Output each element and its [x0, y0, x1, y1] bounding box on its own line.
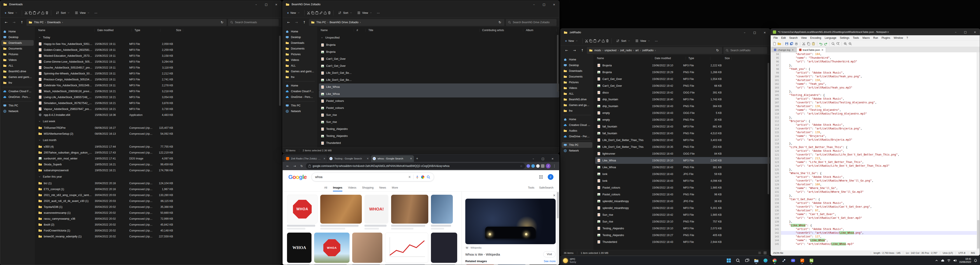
search-input[interactable]: Search BeamNG Drive Zoltadio	[506, 19, 557, 26]
share-button[interactable]	[601, 39, 605, 43]
paste-icon[interactable]	[811, 42, 816, 46]
taskbar-search[interactable]	[734, 257, 742, 264]
clock[interactable]: 18:41 15/06/2022	[959, 257, 971, 264]
details-view-icon[interactable]	[758, 251, 761, 254]
file-row[interactable]: Living-Life_AdobeStock_336557248_previ..…	[37, 94, 281, 100]
new-button[interactable]: +New	[2, 10, 20, 16]
close-button[interactable]: ×	[548, 155, 557, 162]
file-row[interactable]: drip_fountain15/06/2022 18:43PNG File364…	[595, 103, 770, 110]
paste-button[interactable]	[33, 11, 36, 15]
sidebar-item-beamng-drive[interactable]: BeamNG.drive	[1, 69, 34, 74]
delete-button[interactable]	[328, 11, 331, 15]
file-row[interactable]: lonk15/06/2022 18:43MP3 File4,096 KB	[595, 177, 770, 184]
sidebar-item-downloads[interactable]: Downloads	[1, 40, 34, 46]
zoom-out-icon[interactable]	[848, 42, 852, 46]
image-result[interactable]	[352, 233, 382, 263]
sidebar-item-creative-cloud-files[interactable]: Creative Cloud Files	[284, 88, 316, 94]
close-tab-icon[interactable]: ×	[792, 48, 794, 51]
scrollbar[interactable]	[977, 52, 980, 250]
sidebar-item-beamng-drive[interactable]: BeamNG.drive	[562, 97, 592, 102]
column-header-name[interactable]: Name	[321, 29, 354, 32]
file-row[interactable]: Pastel_colours15/06/2022 18:43MP3 File1,…	[595, 184, 770, 191]
file-row[interactable]: Brujeria15/06/2022 19:29PNG File1,266 KB	[595, 69, 770, 75]
up-button[interactable]: ↑	[301, 19, 307, 26]
file-row[interactable]: Life_Don't_Get_Better_Than_This15/06/202…	[595, 137, 770, 144]
zoom-in-icon[interactable]	[843, 42, 848, 46]
clear-search-icon[interactable]: ×	[408, 175, 411, 179]
nav-videos[interactable]: Videos	[348, 184, 356, 192]
taskbar-steam[interactable]	[780, 257, 788, 264]
sidebar-item-downloads[interactable]: Downloads	[284, 40, 316, 46]
editor[interactable]: 94 "duration": 184,95 "name": "Thunderbi…	[771, 52, 980, 250]
sidebar-item-videos[interactable]: Videos	[284, 57, 316, 63]
file-row[interactable]: Testing_Alejandro	[319, 132, 559, 139]
document-tab[interactable]: change.log×	[772, 47, 796, 52]
image-result[interactable]: WHOA	[314, 233, 350, 263]
profile-avatar[interactable]: Z	[546, 164, 550, 168]
minimize-button[interactable]: –	[529, 1, 539, 8]
close-panel-icon[interactable]: ×	[553, 193, 555, 197]
sidebar-item-pictures[interactable]: Pictures	[284, 51, 316, 57]
print-icon[interactable]	[794, 42, 799, 46]
title-bar[interactable]: BeamNG Drive Zoltadio – □ ×	[283, 1, 559, 8]
safesearch-button[interactable]: SafeSearch	[539, 186, 554, 189]
lens-icon[interactable]	[421, 176, 425, 179]
forward-button[interactable]: →	[571, 47, 578, 54]
file-row[interactable]: Thunderbird15/06/2022 18:43MP3 File2,944…	[595, 238, 770, 245]
refresh-button[interactable]: ↻	[219, 19, 225, 26]
delete-button[interactable]	[606, 39, 609, 43]
sidebar-item-network[interactable]: Network	[562, 148, 592, 153]
taskbar-discord[interactable]	[789, 257, 797, 264]
title-bar[interactable]: *C:\Users\Zac\AppData\Local\BeamNG.drive…	[771, 29, 980, 35]
file-row[interactable]: Can't_Get_Over	[319, 62, 559, 69]
file-row[interactable]: Celebrate-You_AdobeStock_505154916_p...1…	[37, 82, 281, 88]
taskbar-file-explorer[interactable]	[752, 257, 760, 264]
rename-button[interactable]	[597, 39, 601, 43]
file-row[interactable]: ToyotaAE86 (1)30/04/2022 20:02Compressed…	[37, 204, 281, 210]
sidebar-item-games-and-gamin[interactable]: Games and gamin...	[284, 69, 316, 74]
breadcrumb-segment[interactable]: Downloads	[47, 21, 61, 24]
save-all-icon[interactable]	[789, 42, 794, 46]
sidebar-item-onedrive-personal[interactable]: OneDrive - Personal	[1, 94, 34, 100]
sidebar-item-all[interactable]: ALL	[284, 63, 316, 69]
column-header-title[interactable]: Title	[368, 29, 479, 32]
image-result[interactable]: WHOA	[287, 233, 312, 263]
menu-tools[interactable]: Tools	[851, 36, 861, 40]
file-row[interactable]: Can't_Get_Over	[319, 56, 559, 62]
close-button[interactable]: ×	[271, 1, 281, 8]
breadcrumb-segment[interactable]: unpacked	[605, 49, 616, 52]
close-tab-icon[interactable]: ×	[821, 48, 823, 51]
new-button[interactable]: +New	[285, 10, 302, 16]
group-header[interactable]: Today	[37, 34, 281, 41]
menu-macro[interactable]: Macro	[861, 36, 871, 40]
file-row[interactable]: Golden-Crates_AdobeStock_283258137_p...1…	[37, 47, 281, 53]
taskbar-start[interactable]	[725, 257, 733, 264]
taskbar-edge[interactable]	[762, 257, 769, 264]
tools-button[interactable]: Tools	[528, 186, 534, 189]
rename-button[interactable]	[37, 11, 40, 15]
file-row[interactable]: ETS_concept (1)30/04/2022 20:16Compresse…	[37, 186, 281, 192]
search-input[interactable]: Search zeltRadio	[724, 47, 767, 54]
close-tab-icon[interactable]: ×	[367, 157, 369, 160]
maximize-button[interactable]: □	[961, 29, 970, 35]
up-button[interactable]: ↑	[19, 19, 25, 26]
file-row[interactable]: empty15/06/2022 18:43PNG File30 KB	[595, 116, 770, 123]
delete-button[interactable]	[45, 11, 49, 15]
group-header[interactable]: Last week	[37, 118, 281, 125]
file-row[interactable]: Sun_rise15/06/2022 19:42MP3 File1,985 KB	[595, 211, 770, 218]
extensions-puzzle-icon[interactable]	[541, 164, 544, 168]
file-row[interactable]: Like_Whoa	[319, 91, 559, 97]
sidebar-item-desktop[interactable]: Desktop	[284, 34, 316, 40]
sort-button[interactable]: Sort	[53, 10, 72, 16]
sidebar-item-desktop[interactable]: Desktop	[562, 62, 592, 68]
file-row[interactable]: TARunner7RDPre08/06/2022 16:27Compressed…	[37, 125, 281, 131]
breadcrumb-segment[interactable]: art	[635, 49, 639, 52]
file-row[interactable]: 2007tahoe_suburban_dingus_yukon_versi...…	[37, 150, 281, 155]
nav-all[interactable]: All	[324, 184, 327, 192]
back-button[interactable]: ←	[563, 47, 570, 54]
file-row[interactable]: Like_Whoa	[319, 83, 559, 91]
image-result[interactable]	[391, 195, 428, 223]
forward-button[interactable]: →	[292, 163, 298, 169]
image-result[interactable]: WHOA!	[364, 195, 388, 223]
file-row[interactable]: Skoda_Superb19/05/2022 16:21Compressed (…	[37, 161, 281, 167]
